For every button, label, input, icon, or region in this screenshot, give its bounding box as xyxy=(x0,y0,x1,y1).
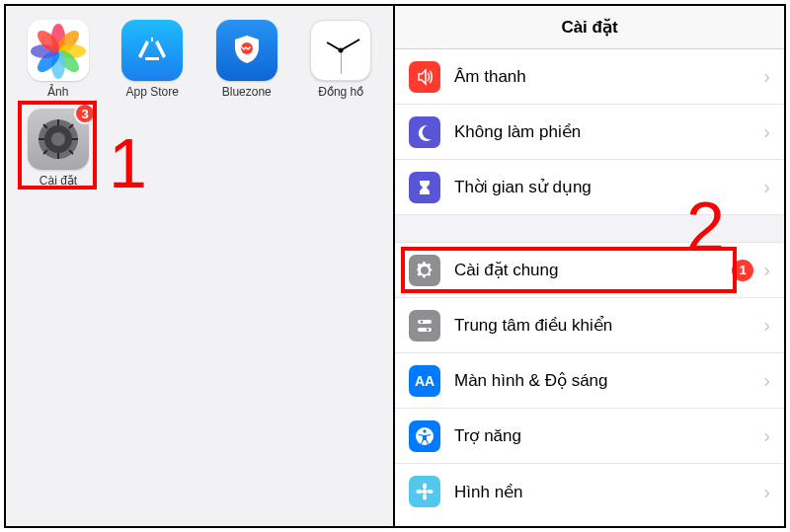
svg-point-10 xyxy=(423,490,428,494)
hourglass-icon xyxy=(409,172,440,203)
app-label: Bluezone xyxy=(222,85,272,99)
annotation-highlight-1 xyxy=(18,101,97,190)
settings-row-accessibility[interactable]: Trợ năng › xyxy=(395,409,784,464)
app-label: App Store xyxy=(126,85,179,99)
settings-title: Cài đặt xyxy=(395,6,784,49)
settings-row-general[interactable]: Cài đặt chung 1 › xyxy=(395,243,784,298)
gear-icon xyxy=(409,255,440,286)
row-label: Âm thanh xyxy=(454,67,763,87)
svg-point-11 xyxy=(423,484,427,490)
settings-list: Âm thanh › Không làm phiền › Thời gian s… xyxy=(395,49,784,526)
photos-app[interactable]: Ảnh xyxy=(24,20,93,99)
svg-point-6 xyxy=(421,320,424,323)
svg-rect-4 xyxy=(418,320,432,324)
settings-row-dnd[interactable]: Không làm phiền › xyxy=(395,105,784,160)
chevron-right-icon: › xyxy=(763,65,770,88)
flower-icon xyxy=(409,476,440,507)
svg-point-7 xyxy=(427,328,430,331)
row-label: Màn hình & Độ sáng xyxy=(454,370,763,391)
home-screen: Ảnh App Store Bluezone xyxy=(6,6,395,526)
chevron-right-icon: › xyxy=(763,314,770,337)
row-label: Không làm phiền xyxy=(454,121,763,142)
switches-icon xyxy=(409,310,440,342)
settings-row-wallpaper[interactable]: Hình nền › xyxy=(395,464,784,519)
svg-rect-5 xyxy=(418,328,432,332)
accessibility-icon xyxy=(409,420,440,452)
settings-row-controlcenter[interactable]: Trung tâm điều khiển › xyxy=(395,298,784,353)
appstore-app[interactable]: App Store xyxy=(118,20,188,99)
aa-icon: AA xyxy=(409,365,440,397)
chevron-right-icon: › xyxy=(763,481,770,503)
annotation-number-2: 2 xyxy=(686,188,725,266)
chevron-right-icon: › xyxy=(763,369,770,392)
row-badge: 1 xyxy=(732,260,753,281)
clock-icon xyxy=(310,20,371,81)
settings-row-screentime[interactable]: Thời gian sử dụng › xyxy=(395,160,784,215)
settings-screen: Cài đặt Âm thanh › Không làm phiền › xyxy=(395,6,784,526)
photos-icon xyxy=(28,20,89,81)
row-label: Hình nền xyxy=(454,482,763,502)
svg-point-14 xyxy=(428,490,434,494)
chevron-right-icon: › xyxy=(763,424,770,447)
chevron-right-icon: › xyxy=(763,120,770,143)
annotation-number-1: 1 xyxy=(109,124,147,203)
svg-point-13 xyxy=(417,490,423,494)
sound-icon xyxy=(409,61,440,93)
row-label: Trung tâm điều khiển xyxy=(454,315,763,336)
apps-row-1: Ảnh App Store Bluezone xyxy=(6,6,393,99)
settings-row-display[interactable]: AA Màn hình & Độ sáng › xyxy=(395,353,784,409)
bluezone-icon xyxy=(216,20,277,81)
app-label: Đồng hồ xyxy=(318,85,363,99)
clock-app[interactable]: Đồng hồ xyxy=(307,20,376,99)
svg-point-12 xyxy=(423,494,427,500)
settings-row-sound[interactable]: Âm thanh › xyxy=(395,49,784,105)
bluezone-app[interactable]: Bluezone xyxy=(212,20,281,99)
chevron-right-icon: › xyxy=(763,176,770,198)
chevron-right-icon: › xyxy=(763,259,770,281)
section-gap xyxy=(395,215,784,243)
svg-point-9 xyxy=(423,429,426,432)
moon-icon xyxy=(409,116,440,148)
row-label: Trợ năng xyxy=(454,425,763,446)
appstore-icon xyxy=(121,20,183,81)
app-label: Ảnh xyxy=(47,85,68,99)
